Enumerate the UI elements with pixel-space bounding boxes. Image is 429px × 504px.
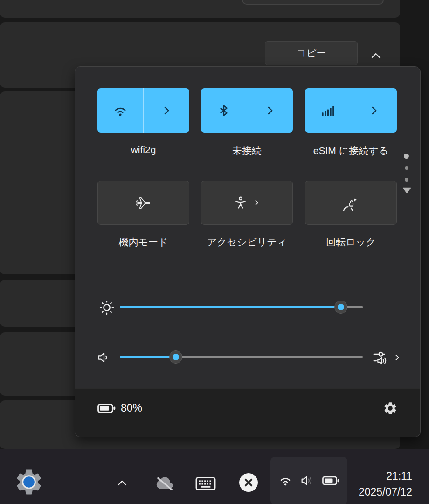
background-card-top <box>0 0 400 18</box>
taskbar-clock[interactable]: 21:11 2025/07/12 <box>359 468 412 500</box>
quick-settings-gear-icon[interactable] <box>383 401 398 416</box>
tray-battery-icon <box>322 475 340 486</box>
show-hidden-icons-chevron-icon[interactable] <box>116 477 129 489</box>
audio-output-mixer-icon <box>373 349 390 366</box>
settings-app-icon[interactable] <box>14 467 44 497</box>
page-scroll-down-icon[interactable] <box>402 187 411 194</box>
bluetooth-tile-label: 未接続 <box>201 144 293 157</box>
airplane-mode-tile[interactable] <box>97 181 189 225</box>
clock-time: 21:11 <box>359 468 412 484</box>
background-pill-button[interactable] <box>242 0 384 5</box>
chevron-right-icon <box>368 105 380 117</box>
page-dot-3[interactable] <box>405 178 408 182</box>
tray-volume-icon <box>300 473 315 488</box>
brightness-icon <box>98 299 116 316</box>
accessibility-icon <box>233 196 248 210</box>
bluetooth-tile <box>201 88 293 133</box>
wifi-expand[interactable] <box>143 88 189 133</box>
collapse-chevron-up-icon[interactable] <box>369 49 383 62</box>
wifi-icon <box>112 103 128 119</box>
tiles-sliders-divider <box>76 270 420 270</box>
cellular-tile-label: eSIM に接続する <box>305 144 397 157</box>
system-tray-button[interactable] <box>270 457 347 504</box>
battery-status[interactable]: 80% <box>97 402 142 414</box>
chevron-right-icon <box>253 199 261 207</box>
quick-settings-footer: 80% <box>75 388 420 437</box>
audio-output-button[interactable] <box>373 347 401 368</box>
volume-slider-thumb[interactable] <box>169 350 182 364</box>
copy-button[interactable]: コピー <box>265 41 358 65</box>
battery-percent-label: 80% <box>121 402 142 414</box>
cellular-toggle[interactable] <box>305 88 351 133</box>
bluetooth-expand[interactable] <box>247 88 293 133</box>
brightness-slider-fill <box>120 306 341 308</box>
tray-wifi-icon <box>278 474 292 488</box>
cellular-expand[interactable] <box>351 88 397 133</box>
wifi-tile <box>97 88 189 133</box>
close-status-icon[interactable] <box>239 473 258 492</box>
cellular-icon <box>320 103 336 119</box>
volume-icon <box>96 350 112 365</box>
clock-date: 2025/07/12 <box>359 484 412 500</box>
airplane-icon <box>136 195 152 211</box>
battery-icon <box>97 402 116 414</box>
onedrive-paused-cloud-icon[interactable] <box>154 476 175 491</box>
touch-keyboard-icon[interactable] <box>195 476 216 491</box>
volume-slider[interactable] <box>120 356 363 358</box>
rotation-lock-icon <box>343 195 360 211</box>
rotation-lock-label: 回転ロック <box>305 236 397 249</box>
wifi-toggle[interactable] <box>97 88 143 133</box>
x-glyph <box>239 473 258 492</box>
bluetooth-toggle[interactable] <box>201 88 247 133</box>
accessibility-tile[interactable] <box>201 181 293 225</box>
settings-gear-shape <box>14 467 44 497</box>
page-dot-2[interactable] <box>405 166 408 170</box>
wifi-tile-label: wifi2g <box>97 144 189 155</box>
brightness-slider-thumb[interactable] <box>334 301 347 314</box>
airplane-mode-label: 機内モード <box>97 236 189 249</box>
quick-settings-panel: wifi2g 未接続 <box>75 66 421 437</box>
volume-slider-fill <box>120 356 176 358</box>
cellular-tile <box>305 88 397 133</box>
screen: コピー wifi2g <box>0 0 429 504</box>
chevron-right-icon <box>160 105 173 117</box>
bluetooth-icon <box>217 104 231 118</box>
brightness-slider[interactable] <box>120 306 363 308</box>
page-dot-current[interactable] <box>404 154 409 159</box>
rotation-lock-tile[interactable] <box>305 181 397 225</box>
taskbar: 21:11 2025/07/12 <box>0 449 429 504</box>
chevron-right-icon <box>393 353 401 362</box>
accessibility-label: アクセシビリティ <box>201 236 293 249</box>
chevron-right-icon <box>264 105 276 117</box>
